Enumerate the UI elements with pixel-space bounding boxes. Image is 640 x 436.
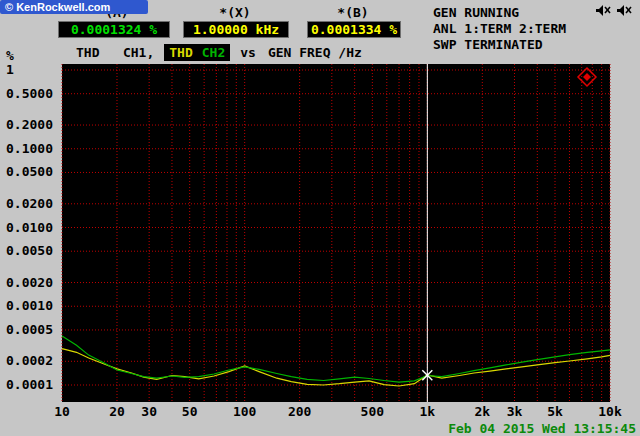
y-tick-label: 0.1000 [6,141,53,156]
x-tick-label: 200 [288,404,312,419]
x-tick-label: 30 [141,404,157,419]
y-tick-label: 0.2000 [6,117,53,132]
y-tick-label: 0.5000 [6,86,53,101]
plot-area [62,64,610,402]
chart-legend: THD CH1, THD CH2 vs GEN FREQ /Hz [76,44,362,61]
legend-prefix: THD CH1, [76,44,154,61]
readout-a-value: 0.0001324 % [58,21,170,38]
chart-plot: 102030501002005001k2k3k5k10k10.50000.200… [6,62,622,419]
readout-b-value: 0.0001334 % [307,21,401,38]
y-tick-label: 0.0002 [6,353,53,368]
legend-thd-ch2-ch2: CH2 [202,44,225,61]
swp-status: SWP TERMINATED [433,37,566,53]
x-tick-label: 3k [507,404,523,419]
y-tick-label: 0.0100 [6,220,53,235]
status-icons [596,4,636,18]
watermark: © KenRockwell.com [0,0,148,14]
legend-chip: THD CH2 [164,44,230,61]
legend-x-axis-label: GEN FREQ /Hz [268,44,362,61]
legend-thd-ch2-thd: THD [169,44,192,61]
y-tick-label: 0.0010 [6,298,53,313]
y-tick-label: 0.0050 [6,243,53,258]
thd-vs-frequency-chart: 102030501002005001k2k3k5k10k10.50000.200… [0,0,640,436]
readout-x-label: *(X) [183,5,287,20]
x-tick-label: 10k [598,404,622,419]
datetime: Feb 04 2015 Wed 13:15:45 [448,421,636,436]
gen-status: GEN RUNNING [433,5,566,21]
x-tick-label: 2k [474,404,490,419]
y-tick-label: 0.0500 [6,164,53,179]
muted-speaker-icon [617,5,631,16]
x-tick-label: 100 [233,404,257,419]
x-tick-label: 10 [54,404,70,419]
x-tick-label: 50 [182,404,198,419]
x-tick-label: 1k [420,404,436,419]
readout-b-label: *(B) [307,5,399,20]
y-tick-label: 0.0001 [6,377,53,392]
y-tick-label: 1 [6,62,14,77]
legend-vs: vs [240,44,256,61]
analyzer-screen: 102030501002005001k2k3k5k10k10.50000.200… [0,0,640,436]
muted-speaker-icon [596,5,610,16]
y-tick-label: 0.0200 [6,196,53,211]
anl-status: ANL 1:TERM 2:TERM [433,21,566,37]
readout-x-value: 1.00000 kHz [183,21,289,38]
x-tick-label: 5k [547,404,563,419]
y-tick-label: 0.0005 [6,322,53,337]
status-block: GEN RUNNING ANL 1:TERM 2:TERM SWP TERMIN… [433,5,566,53]
x-tick-label: 500 [361,404,385,419]
y-tick-label: 0.0020 [6,275,53,290]
y-axis-unit: % [6,48,14,63]
x-tick-label: 20 [109,404,125,419]
